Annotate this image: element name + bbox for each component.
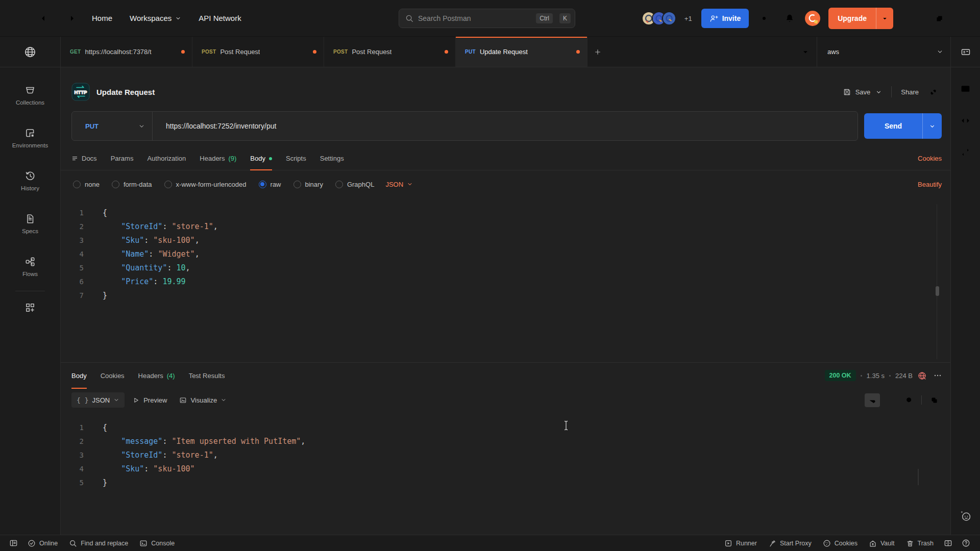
notifications-bell-icon[interactable] (779, 8, 800, 29)
tab-authorization[interactable]: Authorization (147, 147, 186, 170)
toggle-sidebar-button[interactable] (5, 535, 22, 551)
response-tab-body[interactable]: Body (71, 363, 87, 388)
ssl-warning-globe-icon[interactable] (917, 371, 927, 381)
filter-icon[interactable] (883, 393, 898, 407)
url-input[interactable] (153, 112, 857, 140)
search-response-icon[interactable] (901, 393, 917, 407)
more-collaborators-count[interactable]: +1 (684, 15, 692, 22)
response-format-dropdown[interactable]: { } JSON (71, 392, 125, 408)
help-button[interactable] (957, 539, 975, 547)
request-body-editor[interactable]: 1{2 "StoreId": "store-1",3 "Sku": "sku-1… (61, 201, 950, 362)
online-status[interactable]: Online (22, 535, 63, 551)
editor-scroll-handle[interactable] (936, 286, 939, 296)
nav-api-network[interactable]: API Network (192, 10, 247, 27)
forward-icon[interactable] (60, 8, 81, 29)
related-requests-icon[interactable] (955, 142, 976, 162)
share-link-icon[interactable] (925, 84, 942, 100)
environment-selector[interactable]: aws (817, 37, 950, 67)
mode-binary[interactable]: binary (293, 181, 323, 188)
preview-button[interactable]: Preview (128, 392, 172, 408)
upgrade-dropdown-icon[interactable] (876, 8, 893, 29)
response-scroll-track[interactable] (918, 469, 919, 485)
search-bar[interactable]: Ctrl K (399, 9, 575, 28)
postbot-icon[interactable] (959, 509, 972, 522)
code-snippet-icon[interactable] (955, 110, 976, 131)
nav-home[interactable]: Home (86, 10, 118, 27)
tab-headers[interactable]: Headers(9) (200, 147, 236, 170)
unsaved-dot (181, 50, 185, 54)
wrap-text-icon[interactable] (865, 393, 880, 407)
request-tab[interactable]: GET https://localhost:7378/t (61, 37, 192, 67)
save-dropdown-icon[interactable] (875, 85, 886, 99)
response-panel: Body Cookies Headers(4) Test Results 200… (61, 362, 950, 535)
response-more-actions-icon[interactable] (934, 371, 942, 380)
window-minimize-icon[interactable] (905, 8, 928, 29)
upgrade-button[interactable]: Upgrade (828, 8, 893, 29)
status-badge[interactable]: 200 OK (825, 370, 856, 381)
split-pane-button[interactable] (939, 539, 957, 547)
settings-gear-icon[interactable] (754, 8, 774, 29)
request-tab[interactable]: POST Post Request (324, 37, 456, 67)
sidebar-item-specs[interactable]: Specs (0, 202, 60, 245)
tab-docs[interactable]: Docs (71, 147, 97, 170)
find-and-replace-button[interactable]: Find and replace (63, 535, 134, 551)
workspace-globe-icon[interactable] (0, 37, 60, 67)
response-size[interactable]: 224 B (895, 372, 913, 380)
visualize-button[interactable]: Visualize (175, 392, 231, 408)
response-body-editor[interactable]: 1{2 "message": "Item upserted with PutIt… (61, 412, 950, 489)
postman-account-avatar[interactable] (805, 11, 820, 26)
mode-form-data[interactable]: form-data (112, 181, 152, 188)
history-clock-icon (24, 170, 36, 182)
code-line: 4 "Sku": "sku-100" (61, 462, 950, 475)
sidebar-item-history[interactable]: History (0, 159, 60, 202)
send-button[interactable]: Send (864, 113, 942, 139)
back-icon[interactable] (35, 8, 55, 29)
console-button[interactable]: Console (134, 535, 180, 551)
raw-format-dropdown[interactable]: JSON (385, 181, 413, 188)
response-time[interactable]: 1.35 s (867, 372, 885, 380)
share-button[interactable]: Share (897, 85, 923, 99)
start-proxy-button[interactable]: Start Proxy (763, 539, 817, 547)
collaborator-avatars[interactable] (642, 11, 676, 26)
sidebar-item-collections[interactable]: Collections (0, 73, 60, 116)
tab-scripts[interactable]: Scripts (286, 147, 306, 170)
help-icon (962, 539, 970, 547)
nav-workspaces[interactable]: Workspaces (124, 10, 187, 27)
new-tab-button[interactable] (587, 37, 608, 67)
request-tab-active[interactable]: PUT Update Request (456, 37, 587, 67)
sidebar-item-flows[interactable]: Flows (0, 245, 60, 288)
vault-button[interactable]: Vault (863, 539, 900, 547)
trash-button[interactable]: Trash (900, 539, 940, 547)
cookies-link[interactable]: Cookies (918, 155, 942, 162)
sidebar-more-tools-button[interactable] (0, 296, 60, 319)
request-tab[interactable]: POST Post Request (192, 37, 324, 67)
cookies-button[interactable]: Cookies (817, 539, 863, 547)
send-dropdown-icon[interactable] (922, 113, 942, 139)
window-close-icon[interactable] (950, 8, 973, 29)
mode-graphql[interactable]: GraphQL (335, 181, 374, 188)
environment-quick-look-icon[interactable] (951, 37, 980, 67)
runner-button[interactable]: Runner (719, 539, 763, 547)
save-button[interactable]: Save (839, 84, 875, 100)
mode-none[interactable]: none (73, 181, 100, 188)
menu-icon[interactable] (9, 8, 30, 29)
window-restore-icon[interactable] (928, 8, 950, 29)
code-line: 4 "Name": "Widget", (61, 247, 950, 261)
invite-button[interactable]: Invite (701, 9, 749, 28)
sidebar-item-environments[interactable]: Environments (0, 116, 60, 159)
editor-scroll-track[interactable] (937, 204, 937, 359)
tab-settings[interactable]: Settings (320, 147, 344, 170)
search-input[interactable] (418, 14, 529, 22)
mode-raw[interactable]: raw (259, 181, 281, 188)
tab-overflow-icon[interactable] (794, 42, 817, 62)
comments-panel-icon[interactable] (955, 79, 976, 99)
response-tab-headers[interactable]: Headers(4) (138, 363, 175, 388)
response-tab-cookies[interactable]: Cookies (101, 363, 125, 388)
mode-urlencoded[interactable]: x-www-form-urlencoded (164, 181, 247, 188)
response-tab-test-results[interactable]: Test Results (189, 363, 225, 388)
copy-response-icon[interactable] (926, 393, 942, 407)
beautify-link[interactable]: Beautify (918, 181, 942, 188)
tab-body[interactable]: Body (250, 147, 272, 170)
method-selector[interactable]: PUT (72, 112, 153, 140)
tab-params[interactable]: Params (111, 147, 134, 170)
